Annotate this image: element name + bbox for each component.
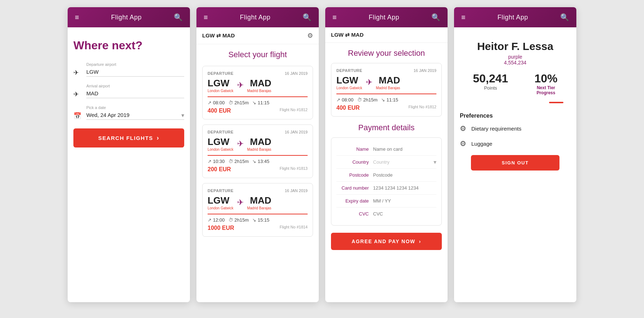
to-code-2: MAD — [247, 195, 271, 206]
agree-pay-button[interactable]: AGREE AND PAY NOW › — [331, 233, 442, 250]
progress-bar-wrap — [460, 98, 571, 105]
selected-flight-date: 16 JAN 2019 — [413, 68, 436, 73]
flight-card-header-1: DEPARTURE 16 JAN 2019 — [208, 130, 308, 134]
departure-group: ✈ Departure airport — [73, 62, 184, 77]
card-field-label: Card number — [336, 185, 369, 191]
dietary-item[interactable]: ⚙ Dietary requirements — [460, 124, 571, 133]
date-select[interactable]: Wed, 24 Apr 2019 — [86, 110, 184, 120]
departure-input[interactable] — [86, 67, 184, 77]
plane-icon-2: ✈ — [237, 198, 244, 207]
profile-tier-number: 4,554,234 — [460, 60, 571, 65]
header-screen1: ≡ Flight App 🔍 — [68, 7, 190, 27]
selected-from-name: London Gatwick — [336, 86, 362, 90]
search-icon-3[interactable]: 🔍 — [430, 12, 442, 22]
flight-price-2: 1000 EUR — [208, 225, 234, 231]
profile-content: Heitor F. Lessa purple 4,554,234 50,241 … — [454, 27, 576, 302]
flight-from-0: LGW London Gatwick — [208, 78, 233, 93]
header-screen2: ≡ Flight App 🔍 — [196, 7, 319, 27]
progress-bar — [549, 102, 563, 103]
name-input[interactable] — [373, 146, 436, 152]
search-btn-chevron: › — [157, 134, 160, 142]
review-content: Review your selection DEPARTURE 16 JAN 2… — [325, 43, 448, 302]
selected-flight-card: DEPARTURE 16 JAN 2019 LGW London Gatwick… — [331, 63, 442, 117]
menu-icon-2[interactable]: ≡ — [202, 13, 209, 22]
selected-to: MAD Madrid Barajas — [376, 75, 400, 90]
search-content: Where next? ✈ Departure airport ✈ Arriva… — [68, 27, 190, 302]
search-icon-2[interactable]: 🔍 — [301, 12, 313, 22]
points-label: Points — [473, 85, 508, 91]
flight-card-header-0: DEPARTURE 16 JAN 2019 — [208, 71, 308, 76]
screen-search: ≡ Flight App 🔍 Where next? ✈ Departure a… — [68, 7, 190, 302]
flight-no-1: Flight No #1813 — [280, 166, 308, 173]
route-text-3: LGW ⇄ MAD — [331, 32, 363, 38]
flight-route-2: LGW London Gatwick ✈ MAD Madrid Barajas — [208, 195, 308, 210]
flight-card-1[interactable]: DEPARTURE 16 JAN 2019 LGW London Gatwick… — [202, 124, 313, 178]
flight-price-0: 400 EUR — [208, 108, 231, 114]
luggage-item[interactable]: ⚙ Luggage — [460, 139, 571, 148]
progress-label2: Progress — [534, 90, 557, 95]
menu-icon-4[interactable]: ≡ — [460, 13, 467, 22]
departure-label: Departure airport — [86, 62, 184, 67]
flight-times-1: ↗ 10:30 ⏱ 2h15m ↘ 13:45 — [208, 155, 308, 164]
flight-list-content: Select your flight DEPARTURE 16 JAN 2019… — [196, 44, 319, 302]
flight-label-1: DEPARTURE — [208, 130, 233, 134]
cvc-input[interactable] — [373, 211, 436, 217]
plane-icon-1: ✈ — [237, 139, 244, 149]
dietary-label: Dietary requirements — [471, 126, 521, 132]
flight-card-2[interactable]: DEPARTURE 16 JAN 2019 LGW London Gatwick… — [202, 183, 313, 237]
menu-icon[interactable]: ≡ — [73, 13, 81, 22]
search-icon-4[interactable]: 🔍 — [559, 12, 571, 22]
selected-arrive-time: ↘ 11:15 — [381, 97, 398, 103]
to-code-1: MAD — [247, 136, 271, 147]
depart-time-0: ↗ 08:00 — [208, 100, 225, 105]
plane-icon-0: ✈ — [237, 81, 244, 90]
to-name-1: Madrid Barajas — [247, 147, 271, 151]
to-name-2: Madrid Barajas — [247, 206, 271, 210]
duration-0: ⏱ 2h15m — [228, 100, 249, 105]
flight-price-1: 200 EUR — [208, 166, 231, 173]
select-flight-title: Select your flight — [202, 50, 313, 59]
flight-no-0: Flight No #1812 — [280, 108, 308, 114]
arrival-input[interactable] — [86, 89, 184, 98]
date-label: Pick a date — [86, 105, 184, 110]
points-value: 50,241 — [473, 72, 508, 85]
from-code-2: LGW — [208, 195, 233, 206]
cvc-field-label: CVC — [336, 211, 369, 217]
name-field-label: Name — [336, 146, 369, 152]
payment-title: Payment details — [331, 123, 442, 132]
card-input[interactable] — [373, 185, 436, 191]
route-text-2: LGW ⇄ MAD — [202, 32, 235, 39]
filter-icon[interactable]: ⚙ — [307, 32, 313, 40]
selected-price: 400 EUR — [336, 105, 360, 111]
profile-stats: 50,241 Points 10% Next Tier Progress — [460, 72, 571, 95]
flight-card-0[interactable]: DEPARTURE 16 JAN 2019 LGW London Gatwick… — [202, 66, 313, 119]
expiry-field-label: Expiry date — [336, 198, 369, 204]
selected-times: ↗ 08:00 ⏱ 2h15m ↘ 11:15 — [336, 94, 436, 103]
postcode-input[interactable] — [373, 172, 436, 178]
selected-from-code: LGW — [336, 75, 362, 86]
screen-profile: ≡ Flight App 🔍 Heitor F. Lessa purple 4,… — [454, 7, 576, 302]
sign-out-button[interactable]: SIGN OUT — [471, 155, 559, 171]
expiry-input[interactable] — [373, 198, 436, 204]
flight-from-1: LGW London Gatwick — [208, 136, 233, 151]
search-icon-1[interactable]: 🔍 — [172, 12, 184, 22]
selected-depart-time: ↗ 08:00 — [336, 97, 354, 103]
arrival-icon: ✈ — [73, 90, 82, 98]
search-flights-button[interactable]: SEARCH FLIGHTS › — [73, 128, 184, 147]
country-select[interactable]: Country United Kingdom Spain United Stat… — [373, 159, 436, 165]
from-code-1: LGW — [208, 136, 233, 147]
cvc-row: CVC — [336, 208, 436, 220]
country-field-label: Country — [336, 159, 369, 165]
luggage-label: Luggage — [471, 141, 492, 147]
to-name-0: Madrid Barajas — [247, 89, 271, 93]
review-title: Review your selection — [331, 49, 442, 58]
flight-to-2: MAD Madrid Barajas — [247, 195, 271, 210]
flight-footer-0: 400 EUR Flight No #1812 — [208, 108, 308, 114]
header-screen3: ≡ Flight App 🔍 — [325, 7, 448, 27]
from-name-2: London Gatwick — [208, 206, 233, 210]
menu-icon-3[interactable]: ≡ — [331, 13, 338, 22]
selected-flight-route: LGW London Gatwick ✈ MAD Madrid Barajas — [336, 75, 436, 90]
progress-block: 10% Next Tier Progress — [534, 72, 557, 95]
flight-date-1: 16 JAN 2019 — [285, 130, 308, 134]
flight-label-0: DEPARTURE — [208, 71, 233, 76]
